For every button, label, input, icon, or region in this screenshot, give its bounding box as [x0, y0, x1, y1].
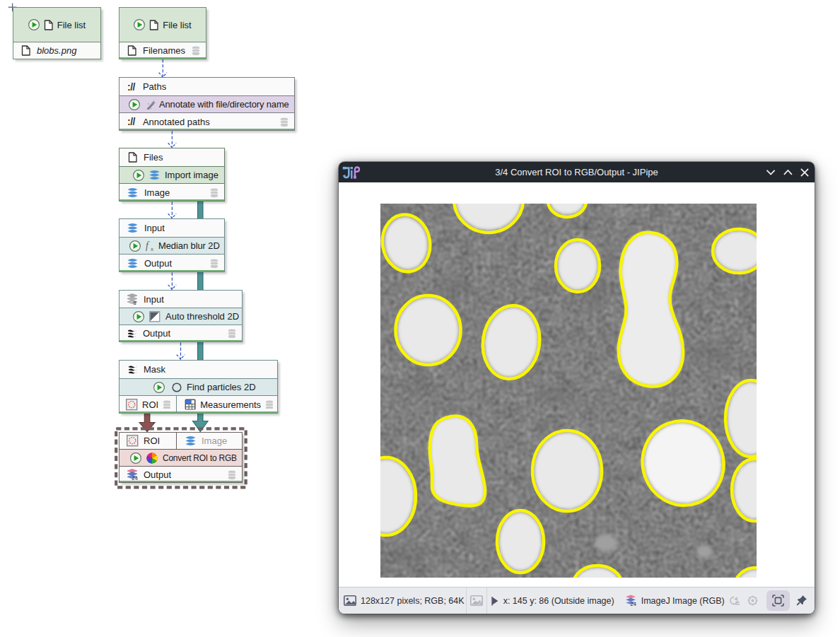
- svg-text:24: 24: [630, 601, 636, 607]
